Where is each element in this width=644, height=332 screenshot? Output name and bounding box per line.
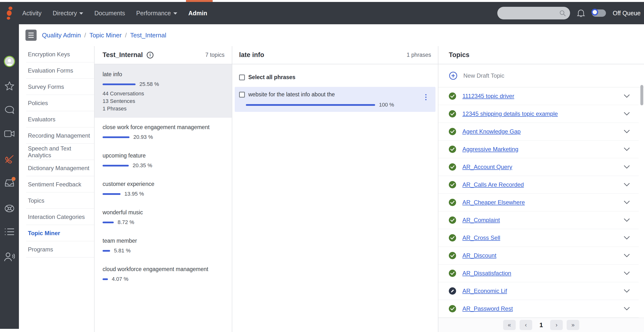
menu-toggle-button[interactable] [26,30,36,41]
admin-menu-item[interactable]: Topics [19,192,94,209]
notifications-bell-icon[interactable] [577,9,585,18]
topic-row[interactable]: AR_Dissatisfaction [438,264,639,282]
chevron-down-icon[interactable] [624,130,630,134]
topic-link[interactable]: AR_Account Query [462,164,512,170]
admin-menu-item[interactable]: Policies [19,95,94,111]
topic-link[interactable]: Agent Knowledge Gap [462,128,520,135]
chevron-down-icon[interactable] [624,165,630,169]
pagination-prev-button[interactable]: ‹ [520,320,532,330]
chevron-down-icon[interactable] [624,271,630,275]
breadcrumb-link[interactable]: Test_Internal [130,32,166,39]
breadcrumb-link[interactable]: Topic Miner [90,32,122,39]
mined-topic-item[interactable]: upcoming feature 20.35 % [94,146,232,174]
global-search-input[interactable] [501,10,559,17]
queues-list-icon[interactable] [0,228,19,236]
info-icon[interactable]: i [147,52,154,59]
admin-menu-item[interactable]: Encryption Keys [19,46,94,62]
select-all-checkbox[interactable] [239,75,245,80]
mined-topic-item[interactable]: cloud workforce engagement management 4.… [94,260,232,288]
chevron-down-icon [79,12,83,15]
kebab-menu-icon[interactable] [421,91,431,100]
admin-menu-item[interactable]: Evaluators [19,111,94,127]
nav-item[interactable]: Performance [136,10,177,17]
topic-link[interactable]: Aggressive Marketing [462,146,518,153]
topic-row[interactable]: AR_Calls Are Recorded [438,176,639,194]
vertical-scrollbar-thumb[interactable] [640,85,643,105]
mined-topic-item[interactable]: close work force engagement management 2… [94,118,232,146]
admin-menu-item[interactable]: Survey Forms [19,79,94,95]
inbox-notification-icon[interactable] [0,178,19,187]
topic-row[interactable]: AR_Password Rest [438,300,639,318]
admin-menu-item[interactable]: Speech and Text Analytics [19,144,94,160]
breadcrumb-link[interactable]: Quality Admin [42,32,81,39]
support-ring-icon[interactable] [0,203,19,214]
pagination-first-button[interactable]: « [503,320,516,330]
admin-menu-item[interactable]: Recording Management [19,127,94,144]
user-presence-avatar[interactable] [0,56,19,67]
chevron-down-icon[interactable] [624,254,630,257]
admin-menu-item[interactable]: Interaction Categories [19,209,94,225]
nav-item[interactable]: Documents [94,10,125,17]
topic-status-icon [449,181,456,188]
phone-disabled-icon[interactable] [0,154,19,164]
pagination-next-button[interactable]: › [550,320,563,330]
mined-topic-item[interactable]: customer experience 13.95 % [94,174,232,203]
agent-speaking-icon[interactable] [0,252,19,262]
mined-topic-name: cloud workforce engagement management [102,266,224,272]
video-icon[interactable] [0,130,19,138]
topic-row[interactable]: 12345 shipping details topic example [438,105,639,123]
topic-row[interactable]: AR_Cross Sell [438,229,639,247]
topic-link[interactable]: AR_Discount [462,252,496,259]
topic-link[interactable]: AR_Dissatisfaction [462,270,511,277]
global-search[interactable] [497,7,570,20]
topic-link[interactable]: 1112345 topic driver [462,93,514,100]
admin-menu-item[interactable]: Evaluation Forms [19,62,94,79]
chevron-down-icon[interactable] [624,94,630,98]
admin-menu-item[interactable]: Dictionary Management [19,160,94,176]
topic-link[interactable]: AR_Complaint [462,217,500,223]
phrase-row[interactable]: website for the latest info about the 10… [235,87,436,112]
queue-status-toggle[interactable] [592,10,606,17]
admin-menu-item[interactable]: Topic Miner [19,225,94,241]
chevron-down-icon[interactable] [624,236,630,240]
topic-link[interactable]: AR_Calls Are Recorded [462,181,524,188]
chevron-down-icon[interactable] [624,200,630,204]
topic-row[interactable]: 1112345 topic driver [438,87,639,105]
topic-link[interactable]: 12345 shipping details topic example [462,110,558,117]
topic-row[interactable]: AR_Economic Lif [438,282,639,300]
phrase-checkbox[interactable] [239,92,245,98]
nav-item[interactable]: Activity [22,10,42,17]
topic-link[interactable]: AR_Economic Lif [462,287,507,294]
mined-topic-item[interactable]: team member 5.81 % [94,231,232,260]
topic-status-icon [449,93,456,100]
chevron-down-icon[interactable] [624,307,630,311]
chevron-down-icon[interactable] [624,289,630,293]
percent-bar [102,136,130,138]
topic-link[interactable]: AR_Cheaper Elsewhere [462,199,525,206]
chevron-down-icon[interactable] [624,147,630,151]
pagination-last-button[interactable]: » [567,320,579,330]
topic-row[interactable]: Aggressive Marketing [438,141,639,158]
chevron-down-icon[interactable] [624,183,630,187]
topics-panel: Topics New Draft Topic 1112345 topic dri… [438,46,644,332]
topic-link[interactable]: AR_Cross Sell [462,234,500,241]
topic-row[interactable]: Agent Knowledge Gap [438,123,639,141]
genesys-logo-icon[interactable] [0,2,19,24]
topic-link[interactable]: AR_Password Rest [462,305,513,312]
topic-row[interactable]: AR_Discount [438,247,639,264]
mined-topic-item[interactable]: late info 25.58 % 44 Conversations 13 Se… [94,64,232,118]
new-draft-topic-button[interactable]: New Draft Topic [438,64,644,87]
admin-menu-item[interactable]: Sentiment Feedback [19,176,94,192]
mined-topic-item[interactable]: wonderful music 8.72 % [94,203,232,231]
chevron-down-icon[interactable] [624,218,630,222]
topic-row[interactable]: AR_Cheaper Elsewhere [438,194,639,211]
admin-menu-item[interactable]: Programs [19,241,94,257]
topic-row[interactable]: AR_Account Query [438,158,639,176]
favorites-star-icon[interactable] [0,81,19,91]
topic-row[interactable]: AR_Complaint [438,211,639,229]
nav-item[interactable]: Directory [52,10,83,17]
chevron-down-icon[interactable] [624,112,630,116]
chat-icon[interactable] [0,106,19,115]
nav-item[interactable]: Admin [188,10,207,17]
percent-label: 4.07 % [112,276,128,282]
